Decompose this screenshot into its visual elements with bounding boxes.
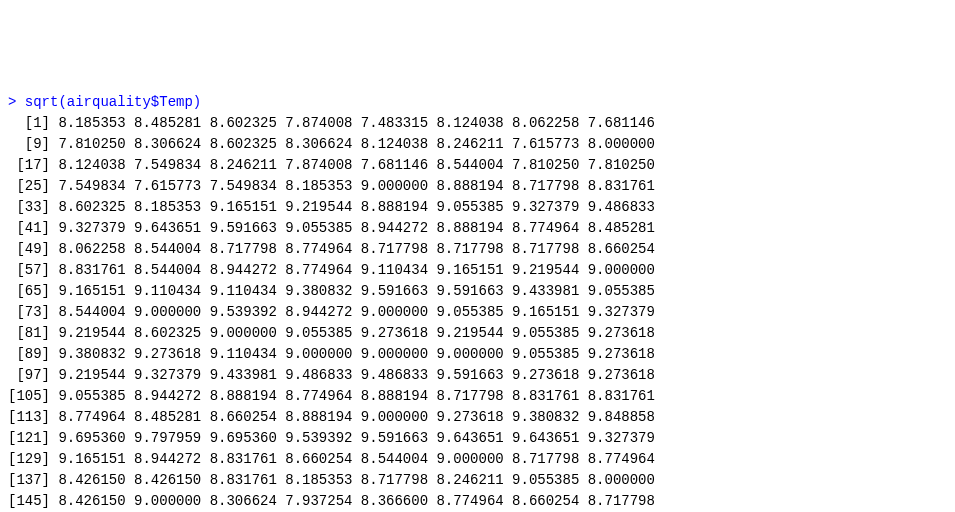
output-area: [1] 8.185353 8.485281 8.602325 7.874008 … <box>8 115 655 512</box>
prompt-symbol: > <box>8 94 16 110</box>
command-text: sqrt(airquality$Temp) <box>25 94 201 110</box>
r-console[interactable]: > sqrt(airquality$Temp) [1] 8.185353 8.4… <box>8 92 947 512</box>
